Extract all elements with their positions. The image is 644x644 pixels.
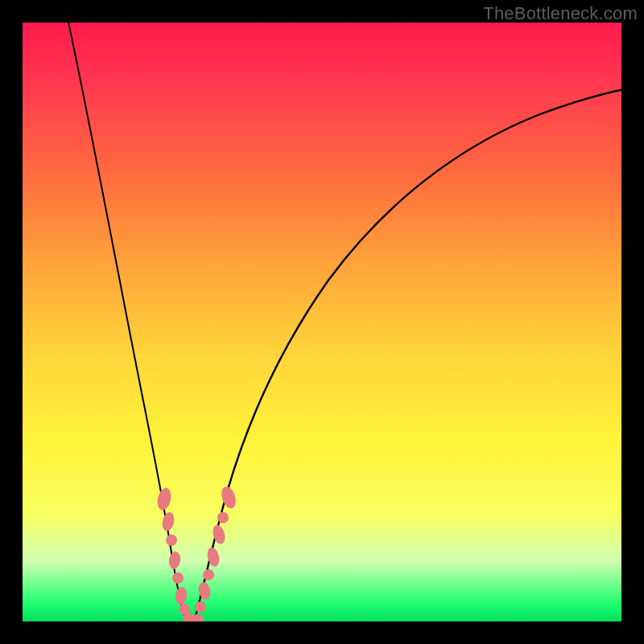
svg-point-6 xyxy=(179,604,190,615)
attribution-text: TheBottleneck.com xyxy=(483,3,638,24)
bottleneck-curve xyxy=(23,23,621,621)
curve-right-arm xyxy=(195,87,621,619)
svg-point-2 xyxy=(166,535,177,546)
svg-point-9 xyxy=(195,601,206,613)
svg-point-5 xyxy=(175,586,188,605)
svg-point-1 xyxy=(161,511,176,532)
svg-point-14 xyxy=(217,512,229,523)
svg-point-3 xyxy=(167,551,182,570)
svg-point-0 xyxy=(155,487,172,512)
chart-area xyxy=(23,23,621,621)
nodule-cluster xyxy=(155,485,238,621)
svg-point-15 xyxy=(219,485,238,510)
svg-point-11 xyxy=(203,569,214,580)
svg-point-4 xyxy=(172,572,184,584)
